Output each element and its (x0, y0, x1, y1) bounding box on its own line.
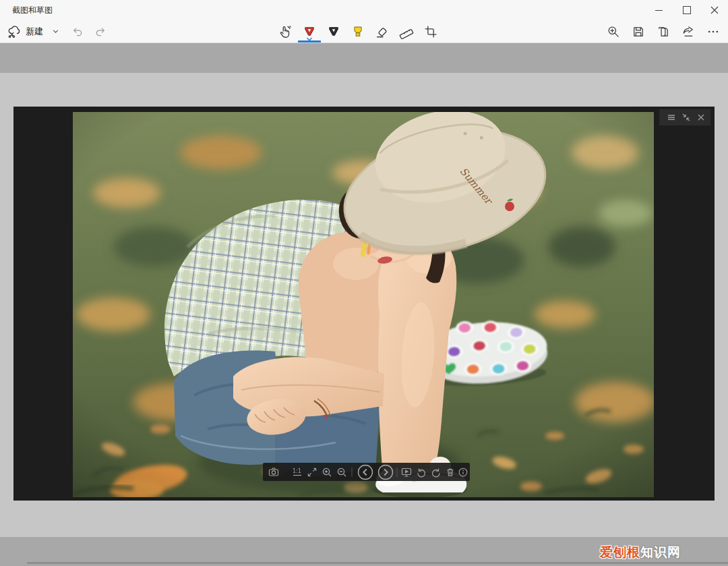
watermark: 爱刨根知识网 (600, 544, 681, 561)
watermark-highlight: 爱刨根 (600, 545, 640, 559)
info-icon (458, 467, 468, 477)
zoom-in-button[interactable] (322, 467, 332, 478)
highlighter-tool[interactable] (346, 20, 370, 43)
delete-button[interactable] (446, 467, 456, 477)
undo-button[interactable] (67, 20, 88, 43)
titlebar: 截图和草图 (0, 0, 728, 20)
maximize-button[interactable] (673, 0, 700, 20)
viewer-close-button[interactable] (697, 113, 705, 121)
horizontal-scrollbar[interactable] (27, 562, 728, 564)
zoom-in-icon (322, 467, 332, 478)
touch-writing-icon (278, 24, 293, 39)
share-button[interactable] (675, 20, 700, 43)
ruler-icon (399, 24, 414, 39)
zoom-out-button[interactable] (336, 467, 347, 478)
rotate-left-button[interactable] (416, 467, 427, 478)
rotate-right-button[interactable] (431, 467, 442, 478)
viewer-close-icon (697, 113, 705, 121)
pencil-tool[interactable] (322, 20, 346, 43)
camera-button[interactable] (268, 467, 279, 478)
minimize-icon (655, 10, 663, 11)
photo-illustration: Summer (73, 112, 654, 497)
chevron-down-icon (51, 27, 60, 36)
fit-screen-button[interactable] (307, 467, 317, 477)
crop-icon (424, 25, 437, 38)
collapse-icon (682, 113, 691, 122)
window-title: 截图和草图 (12, 0, 53, 20)
actual-size-1-1-icon: 1:1 (292, 467, 303, 478)
redo-button[interactable] (90, 20, 111, 43)
actual-size-button[interactable]: 1:1 (292, 467, 303, 478)
highlighter-icon (351, 24, 365, 39)
new-snip-icon (7, 24, 21, 38)
ruler-tool[interactable] (394, 20, 419, 43)
pencil-icon (327, 25, 340, 38)
more-button[interactable] (700, 20, 725, 43)
redo-icon (94, 26, 107, 38)
previous-icon (357, 464, 373, 480)
touch-writing-tool[interactable] (273, 20, 297, 43)
ballpoint-pen-icon (303, 25, 316, 38)
toolbar-separator (352, 468, 353, 477)
viewer-collapse-button[interactable] (682, 113, 691, 122)
eraser-icon (375, 24, 390, 39)
snipped-image: Summer (13, 107, 715, 501)
eraser-tool[interactable] (370, 20, 394, 43)
more-icon (706, 25, 720, 38)
close-icon (710, 6, 719, 14)
menu-icon (667, 113, 676, 122)
new-snip-label: 新建 (26, 26, 43, 38)
watermark-rest: 知识网 (640, 545, 681, 559)
snip-sketch-window: 截图和草图 新建 (0, 0, 728, 566)
selected-tool-underline (298, 40, 321, 43)
toolbar-separator (397, 468, 398, 477)
viewer-bottombar: 1:1 (263, 463, 470, 481)
toolbar: 新建 (0, 20, 728, 43)
save-icon (632, 25, 645, 38)
rotate-left-icon (416, 467, 427, 478)
viewer-topbar (659, 109, 710, 125)
slideshow-button[interactable] (401, 467, 412, 478)
photo-content: Summer (73, 112, 654, 497)
new-snip-dropdown-button[interactable] (47, 20, 63, 43)
maximize-icon (683, 6, 691, 14)
svg-text:1:1: 1:1 (293, 468, 301, 474)
window-controls (645, 0, 728, 20)
camera-icon (268, 467, 279, 478)
minimize-button[interactable] (645, 0, 673, 20)
crop-tool[interactable] (419, 20, 443, 43)
previous-button[interactable] (357, 464, 373, 480)
next-button[interactable] (377, 464, 394, 480)
rotate-right-icon (431, 467, 442, 478)
info-button[interactable] (458, 467, 468, 477)
new-snip-button[interactable]: 新建 (4, 20, 46, 43)
canvas-top-band (0, 43, 728, 73)
slideshow-icon (401, 467, 412, 478)
next-icon (377, 464, 394, 480)
save-button[interactable] (626, 20, 650, 43)
zoom-out-icon (336, 467, 347, 478)
close-button[interactable] (700, 0, 728, 20)
fit-screen-icon (307, 467, 317, 477)
share-icon (681, 25, 695, 38)
delete-icon (446, 467, 456, 477)
copy-button[interactable] (650, 20, 675, 43)
bottom-band: 爱刨根知识网 (0, 537, 728, 566)
zoom-button[interactable] (601, 20, 626, 43)
viewer-menu-button[interactable] (667, 113, 676, 122)
copy-icon (657, 25, 670, 38)
ballpoint-pen-tool[interactable] (297, 20, 322, 43)
zoom-icon (607, 25, 620, 38)
undo-icon (71, 26, 84, 38)
